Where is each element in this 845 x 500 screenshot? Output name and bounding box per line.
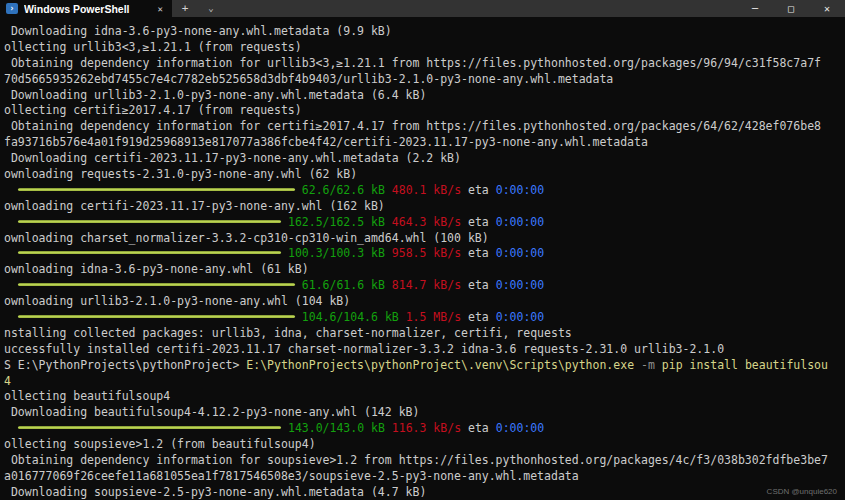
terminal-line: 100.3/100.3 kB 958.5 kB/s eta 0:00:00	[4, 246, 845, 262]
progress-bar	[18, 315, 295, 318]
terminal-text: 4	[4, 374, 11, 388]
terminal-line: ownloading idna-3.6-py3-none-any.whl (61…	[4, 262, 845, 278]
terminal-text	[385, 215, 392, 229]
terminal-line: 61.6/61.6 kB 814.7 kB/s eta 0:00:00	[4, 278, 845, 294]
terminal-line: ollecting soupsieve>1.2 (from beautifuls…	[4, 437, 845, 453]
terminal-text	[4, 421, 18, 435]
terminal-text: Downloading beautifulsoup4-4.12.2-py3-no…	[4, 405, 419, 419]
terminal-line: Obtaining dependency information for url…	[4, 56, 845, 72]
terminal-text: eta	[461, 246, 496, 260]
progress-bar	[18, 426, 281, 429]
terminal-line: uccessfully installed certifi-2023.11.17…	[4, 342, 845, 358]
terminal-text: 104.6/104.6 kB	[302, 310, 399, 324]
terminal-text: eta	[461, 183, 496, 197]
terminal-line: 104.6/104.6 kB 1.5 MB/s eta 0:00:00	[4, 310, 845, 326]
terminal-text: 814.7 kB/s	[392, 278, 461, 292]
terminal-text: 0:00:00	[496, 278, 544, 292]
terminal-text: 116.3 kB/s	[392, 421, 461, 435]
terminal-text: Downloading soupsieve-2.5-py3-none-any.w…	[4, 485, 426, 499]
tab-title: Windows PowerShell	[24, 3, 149, 15]
terminal-text: ownloading idna-3.6-py3-none-any.whl (61…	[4, 262, 309, 276]
terminal-text: -m	[641, 358, 655, 372]
terminal-line: Downloading beautifulsoup4-4.12.2-py3-no…	[4, 405, 845, 421]
terminal-text: pip install beautifulsou	[662, 358, 828, 372]
terminal-text: Obtaining dependency information for cer…	[4, 119, 821, 133]
terminal-text: Downloading urllib3-2.1.0-py3-none-any.w…	[4, 88, 426, 102]
terminal-line: Obtaining dependency information for sou…	[4, 453, 845, 469]
terminal-text	[4, 278, 18, 292]
terminal-line: Downloading idna-3.6-py3-none-any.whl.me…	[4, 24, 845, 40]
terminal-line: fa93716b576e4a01f919d25968913e817077a386…	[4, 135, 845, 151]
tab-close-icon[interactable]: ✕	[155, 4, 166, 14]
terminal-text: Obtaining dependency information for url…	[4, 56, 821, 70]
terminal-text: ollecting certifi≥2017.4.17 (from reques…	[4, 103, 302, 117]
terminal-text: 1.5 MB/s	[406, 310, 461, 324]
terminal-text: ollecting urllib3<3,≥1.21.1 (from reques…	[4, 40, 302, 54]
terminal-text: 100.3/100.3 kB	[288, 246, 385, 260]
terminal-line: 162.5/162.5 kB 464.3 kB/s eta 0:00:00	[4, 215, 845, 231]
terminal-text: nstalling collected packages: urllib3, i…	[4, 326, 572, 340]
terminal-text: eta	[461, 421, 496, 435]
terminal-text: fa93716b576e4a01f919d25968913e817077a386…	[4, 135, 648, 149]
terminal-text	[634, 358, 641, 372]
terminal-text	[385, 421, 392, 435]
terminal-line: ollecting urllib3<3,≥1.21.1 (from reques…	[4, 40, 845, 56]
terminal-line: 62.6/62.6 kB 480.1 kB/s eta 0:00:00	[4, 183, 845, 199]
terminal-line: ownloading charset_normalizer-3.3.2-cp31…	[4, 231, 845, 247]
terminal-text: eta	[461, 278, 496, 292]
terminal-line: Downloading urllib3-2.1.0-py3-none-any.w…	[4, 88, 845, 104]
terminal-text: a016777069f26ceefe11a681055ea1f781754650…	[4, 469, 579, 483]
terminal-line: Downloading certifi-2023.11.17-py3-none-…	[4, 151, 845, 167]
terminal-text: ownloading charset_normalizer-3.3.2-cp31…	[4, 231, 489, 245]
terminal-output[interactable]: Downloading idna-3.6-py3-none-any.whl.me…	[0, 17, 845, 500]
tab-dropdown-button[interactable]: ⌄	[198, 0, 224, 17]
new-tab-button[interactable]: +	[172, 0, 198, 17]
terminal-text	[4, 183, 18, 197]
terminal-text	[4, 246, 18, 260]
terminal-text: ownloading urllib3-2.1.0-py3-none-any.wh…	[4, 294, 350, 308]
terminal-text	[385, 183, 392, 197]
terminal-text: 143.0/143.0 kB	[288, 421, 385, 435]
title-bar: › Windows PowerShell ✕ + ⌄ ─ □ ✕	[0, 0, 845, 17]
terminal-text: uccessfully installed certifi-2023.11.17…	[4, 342, 724, 356]
terminal-line: ollecting certifi≥2017.4.17 (from reques…	[4, 103, 845, 119]
progress-bar	[18, 251, 281, 254]
terminal-text: Downloading certifi-2023.11.17-py3-none-…	[4, 151, 461, 165]
terminal-text: ollecting soupsieve>1.2 (from beautifuls…	[4, 437, 316, 451]
tab-windows-powershell[interactable]: › Windows PowerShell ✕	[0, 0, 172, 17]
terminal-text: 62.6/62.6 kB	[302, 183, 385, 197]
terminal-text	[399, 310, 406, 324]
terminal-line: 70d5665935262ebd7455c7e4c7782eb525658d3d…	[4, 72, 845, 88]
terminal-text: 61.6/61.6 kB	[302, 278, 385, 292]
minimize-button[interactable]: ─	[737, 0, 773, 17]
terminal-text: S E:\PythonProjects\pythonProject>	[4, 358, 246, 372]
terminal-text: 0:00:00	[496, 183, 544, 197]
terminal-text: 70d5665935262ebd7455c7e4c7782eb525658d3d…	[4, 72, 613, 86]
close-button[interactable]: ✕	[809, 0, 845, 17]
terminal-text: 0:00:00	[496, 246, 544, 260]
terminal-text: 480.1 kB/s	[392, 183, 461, 197]
terminal-line: ownloading urllib3-2.1.0-py3-none-any.wh…	[4, 294, 845, 310]
powershell-icon: ›	[6, 3, 18, 14]
terminal-text	[385, 278, 392, 292]
terminal-line: nstalling collected packages: urllib3, i…	[4, 326, 845, 342]
terminal-line: 143.0/143.0 kB 116.3 kB/s eta 0:00:00	[4, 421, 845, 437]
maximize-button[interactable]: □	[773, 0, 809, 17]
progress-bar	[18, 283, 295, 286]
terminal-text: 0:00:00	[496, 421, 544, 435]
watermark: CSDN @unquie620	[767, 487, 837, 496]
terminal-line: S E:\PythonProjects\pythonProject> E:\Py…	[4, 358, 845, 374]
terminal-line: ownloading requests-2.31.0-py3-none-any.…	[4, 167, 845, 183]
terminal-text: 162.5/162.5 kB	[288, 215, 385, 229]
terminal-text: E:\PythonProjects\pythonProject\.venv\Sc…	[246, 358, 634, 372]
terminal-text: ollecting beautifulsoup4	[4, 389, 170, 403]
terminal-text	[385, 246, 392, 260]
terminal-line: a016777069f26ceefe11a681055ea1f781754650…	[4, 469, 845, 485]
terminal-text: 958.5 kB/s	[392, 246, 461, 260]
terminal-text	[4, 310, 18, 324]
terminal-text: 0:00:00	[496, 215, 544, 229]
terminal-line: Obtaining dependency information for cer…	[4, 119, 845, 135]
progress-bar	[18, 188, 295, 191]
terminal-text: eta	[461, 215, 496, 229]
terminal-text: ownloading certifi-2023.11.17-py3-none-a…	[4, 199, 385, 213]
